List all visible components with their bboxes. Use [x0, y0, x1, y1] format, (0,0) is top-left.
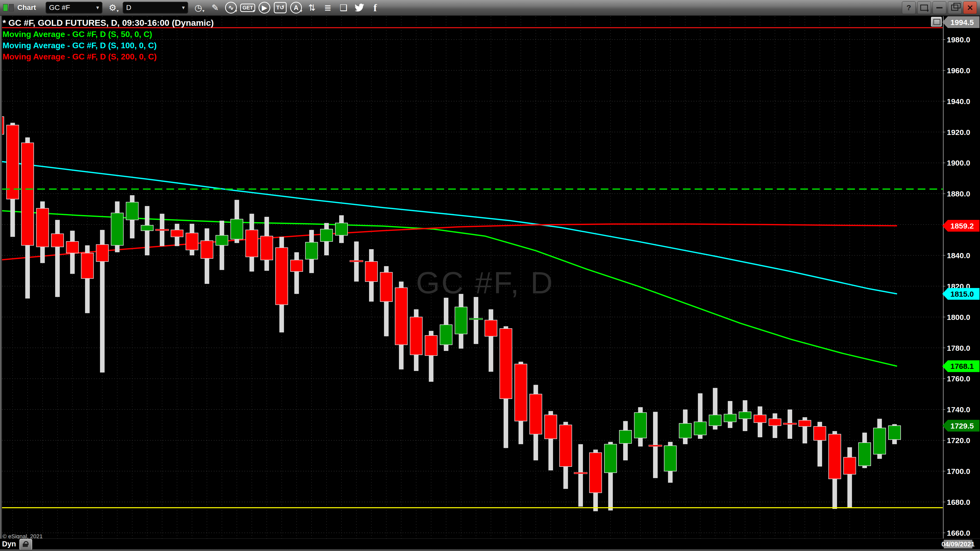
status-bar: Dyn 04/09/2021: [0, 539, 980, 549]
twitter-icon[interactable]: [353, 2, 366, 14]
status-green-square-icon: [3, 4, 8, 11]
svg-text:1800.0: 1800.0: [947, 313, 970, 321]
window-title: Chart: [18, 3, 36, 12]
window-controls: ? ✕: [902, 1, 977, 14]
svg-text:1700.0: 1700.0: [947, 467, 970, 475]
alerts-icon[interactable]: A▾: [290, 2, 303, 14]
axis-date-box: 04/09/2021: [944, 540, 972, 548]
chart-title: * GC #F, GOLD FUTURES, D, 09:30-16:00 (D…: [3, 18, 214, 28]
minimize-button[interactable]: [932, 1, 946, 14]
svg-text:1660.0: 1660.0: [947, 529, 970, 537]
window-bottom-edge: [0, 549, 980, 551]
svg-text:1760.0: 1760.0: [947, 375, 970, 383]
minimize-icon: [936, 7, 942, 8]
chevron-down-icon: ▾: [96, 4, 99, 11]
axis-corner-button[interactable]: [931, 17, 942, 27]
sort-arrows-icon[interactable]: ⇅: [305, 2, 318, 14]
chart-canvas[interactable]: 1980.01960.01940.01920.01900.01880.01860…: [0, 0, 980, 551]
chart-toolbar: Chart GC #F▾ ⚙▾ D▾ ◷▾ ✎∿▾GET▾▶T↺A▾⇅≣❑f ?…: [0, 0, 980, 16]
legend-ma50[interactable]: Moving Average - GC #F, D (S, 50, 0, C): [3, 30, 214, 39]
get-data-icon[interactable]: GET▾: [240, 2, 255, 14]
close-button[interactable]: ✕: [963, 1, 977, 14]
svg-text:1994.5: 1994.5: [950, 18, 974, 27]
svg-text:1720.0: 1720.0: [947, 436, 970, 445]
window-left-edge: [0, 16, 2, 551]
restore-button[interactable]: [948, 1, 962, 14]
time-clock-icon[interactable]: ◷▾: [192, 2, 205, 14]
time-template-icon[interactable]: T↺: [274, 2, 287, 14]
chart-header: * GC #F, GOLD FUTURES, D, 09:30-16:00 (D…: [3, 18, 214, 62]
svg-text:1960.0: 1960.0: [947, 66, 970, 75]
svg-text:1729.5: 1729.5: [950, 422, 974, 430]
symbol-combo[interactable]: GC #F▾: [46, 2, 102, 14]
legend-ma200[interactable]: Moving Average - GC #F, D (S, 200, 0, C): [3, 52, 214, 62]
facebook-icon[interactable]: f: [369, 2, 382, 14]
line-study-icon[interactable]: ∿▾: [224, 2, 238, 14]
svg-text:1815.0: 1815.0: [950, 290, 974, 298]
help-button[interactable]: ?: [902, 1, 916, 14]
svg-text:1980.0: 1980.0: [947, 35, 970, 44]
window-menu-icon: [920, 5, 928, 11]
svg-text:1740.0: 1740.0: [947, 405, 970, 414]
notes-list-icon[interactable]: ≣: [321, 2, 334, 14]
svg-text:1859.2: 1859.2: [950, 222, 974, 230]
dynamic-mode-label: Dyn: [2, 540, 16, 548]
svg-text:1940.0: 1940.0: [947, 97, 970, 106]
play-replay-icon[interactable]: ▶: [258, 2, 271, 14]
symbol-settings-gear-icon[interactable]: ⚙▾: [106, 2, 119, 14]
legend-ma100[interactable]: Moving Average - GC #F, D (S, 100, 0, C): [3, 41, 214, 50]
svg-text:1880.0: 1880.0: [947, 189, 970, 198]
svg-text:1768.1: 1768.1: [950, 362, 974, 370]
restore-icon: [951, 5, 958, 11]
status-dark-square-icon: [9, 4, 14, 11]
pencil-draw-icon[interactable]: ✎: [208, 2, 222, 14]
chevron-down-icon: ▾: [182, 4, 185, 11]
comment-bubble-icon[interactable]: ❑: [337, 2, 350, 14]
svg-text:1680.0: 1680.0: [947, 498, 970, 507]
esignal-chart-window: { "toolbar": { "window_label": "Chart", …: [0, 0, 980, 551]
interval-combo[interactable]: D▾: [123, 2, 188, 14]
lock-timeframe-button[interactable]: [19, 539, 32, 550]
svg-text:1900.0: 1900.0: [947, 159, 970, 167]
toolbar-icon-strip: ✎∿▾GET▾▶T↺A▾⇅≣❑f: [208, 2, 382, 14]
svg-text:1920.0: 1920.0: [947, 128, 970, 137]
svg-text:1840.0: 1840.0: [947, 251, 970, 260]
svg-text:1780.0: 1780.0: [947, 344, 970, 352]
svg-text:GC #F, D: GC #F, D: [416, 265, 554, 300]
window-menu-button[interactable]: [917, 1, 931, 14]
